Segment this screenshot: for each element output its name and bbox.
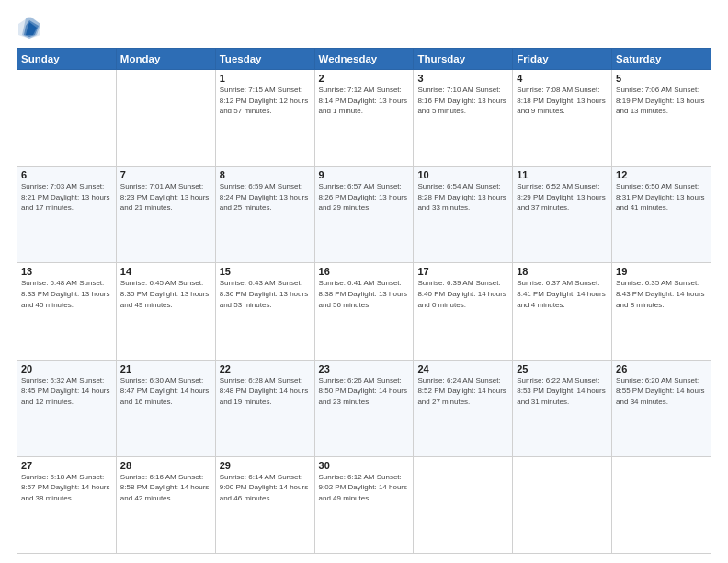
calendar-cell: 5Sunrise: 7:06 AM Sunset: 8:19 PM Daylig… bbox=[612, 70, 711, 167]
day-info: Sunrise: 6:39 AM Sunset: 8:40 PM Dayligh… bbox=[417, 278, 508, 310]
day-number: 4 bbox=[517, 73, 608, 84]
calendar-cell: 10Sunrise: 6:54 AM Sunset: 8:28 PM Dayli… bbox=[414, 167, 513, 263]
calendar-cell: 6Sunrise: 7:03 AM Sunset: 8:21 PM Daylig… bbox=[17, 167, 117, 263]
day-info: Sunrise: 7:15 AM Sunset: 8:12 PM Dayligh… bbox=[220, 85, 311, 117]
calendar-cell: 25Sunrise: 6:22 AM Sunset: 8:53 PM Dayli… bbox=[513, 360, 612, 456]
day-number: 6 bbox=[21, 169, 112, 180]
day-number: 21 bbox=[120, 363, 211, 374]
calendar-cell: 15Sunrise: 6:43 AM Sunset: 8:36 PM Dayli… bbox=[215, 263, 314, 360]
day-number: 25 bbox=[517, 363, 608, 374]
calendar-cell: 13Sunrise: 6:48 AM Sunset: 8:33 PM Dayli… bbox=[17, 263, 117, 360]
calendar-cell: 23Sunrise: 6:26 AM Sunset: 8:50 PM Dayli… bbox=[314, 360, 414, 456]
calendar-table: SundayMondayTuesdayWednesdayThursdayFrid… bbox=[17, 48, 711, 554]
day-info: Sunrise: 6:30 AM Sunset: 8:47 PM Dayligh… bbox=[120, 375, 211, 408]
day-info: Sunrise: 6:45 AM Sunset: 8:35 PM Dayligh… bbox=[120, 278, 211, 310]
day-info: Sunrise: 6:59 AM Sunset: 8:24 PM Dayligh… bbox=[220, 181, 311, 213]
day-number: 11 bbox=[517, 169, 608, 180]
day-number: 12 bbox=[616, 169, 707, 180]
day-number: 30 bbox=[319, 460, 410, 471]
calendar-cell: 11Sunrise: 6:52 AM Sunset: 8:29 PM Dayli… bbox=[513, 167, 612, 263]
day-info: Sunrise: 6:18 AM Sunset: 8:57 PM Dayligh… bbox=[21, 472, 112, 504]
day-info: Sunrise: 6:28 AM Sunset: 8:48 PM Dayligh… bbox=[220, 375, 311, 408]
day-info: Sunrise: 7:08 AM Sunset: 8:18 PM Dayligh… bbox=[517, 85, 608, 117]
week-row-1: 1Sunrise: 7:15 AM Sunset: 8:12 PM Daylig… bbox=[17, 70, 711, 167]
calendar-cell: 30Sunrise: 6:12 AM Sunset: 9:02 PM Dayli… bbox=[314, 456, 414, 553]
calendar-cell: 12Sunrise: 6:50 AM Sunset: 8:31 PM Dayli… bbox=[612, 167, 711, 263]
logo bbox=[17, 15, 46, 40]
day-number: 16 bbox=[319, 266, 410, 277]
calendar-cell bbox=[612, 456, 711, 553]
day-number: 18 bbox=[517, 266, 608, 277]
day-info: Sunrise: 7:10 AM Sunset: 8:16 PM Dayligh… bbox=[417, 85, 508, 117]
week-row-3: 13Sunrise: 6:48 AM Sunset: 8:33 PM Dayli… bbox=[17, 263, 711, 360]
day-info: Sunrise: 6:35 AM Sunset: 8:43 PM Dayligh… bbox=[616, 278, 707, 310]
day-number: 5 bbox=[616, 73, 707, 84]
day-info: Sunrise: 7:01 AM Sunset: 8:23 PM Dayligh… bbox=[120, 181, 211, 213]
logo-icon bbox=[17, 15, 42, 40]
day-info: Sunrise: 6:26 AM Sunset: 8:50 PM Dayligh… bbox=[319, 375, 410, 408]
calendar-cell: 8Sunrise: 6:59 AM Sunset: 8:24 PM Daylig… bbox=[215, 167, 314, 263]
calendar-cell: 3Sunrise: 7:10 AM Sunset: 8:16 PM Daylig… bbox=[414, 70, 513, 167]
day-info: Sunrise: 6:22 AM Sunset: 8:53 PM Dayligh… bbox=[517, 375, 608, 408]
day-info: Sunrise: 6:12 AM Sunset: 9:02 PM Dayligh… bbox=[319, 472, 410, 504]
day-number: 14 bbox=[120, 266, 211, 277]
calendar-cell: 29Sunrise: 6:14 AM Sunset: 9:00 PM Dayli… bbox=[215, 456, 314, 553]
calendar-cell bbox=[116, 70, 215, 167]
calendar-cell: 18Sunrise: 6:37 AM Sunset: 8:41 PM Dayli… bbox=[513, 263, 612, 360]
day-number: 24 bbox=[417, 363, 508, 374]
calendar-cell: 7Sunrise: 7:01 AM Sunset: 8:23 PM Daylig… bbox=[116, 167, 215, 263]
day-number: 3 bbox=[417, 73, 508, 84]
day-info: Sunrise: 6:54 AM Sunset: 8:28 PM Dayligh… bbox=[417, 181, 508, 213]
day-number: 27 bbox=[21, 460, 112, 471]
day-header-thursday: Thursday bbox=[414, 49, 513, 70]
calendar-cell: 19Sunrise: 6:35 AM Sunset: 8:43 PM Dayli… bbox=[612, 263, 711, 360]
week-row-5: 27Sunrise: 6:18 AM Sunset: 8:57 PM Dayli… bbox=[17, 456, 711, 553]
day-info: Sunrise: 7:03 AM Sunset: 8:21 PM Dayligh… bbox=[21, 181, 112, 213]
week-row-2: 6Sunrise: 7:03 AM Sunset: 8:21 PM Daylig… bbox=[17, 167, 711, 263]
day-info: Sunrise: 7:12 AM Sunset: 8:14 PM Dayligh… bbox=[319, 85, 410, 117]
day-info: Sunrise: 6:43 AM Sunset: 8:36 PM Dayligh… bbox=[220, 278, 311, 310]
calendar-cell: 28Sunrise: 6:16 AM Sunset: 8:58 PM Dayli… bbox=[116, 456, 215, 553]
day-number: 17 bbox=[417, 266, 508, 277]
day-number: 28 bbox=[120, 460, 211, 471]
day-info: Sunrise: 6:57 AM Sunset: 8:26 PM Dayligh… bbox=[319, 181, 410, 213]
day-number: 22 bbox=[220, 363, 311, 374]
calendar-cell: 24Sunrise: 6:24 AM Sunset: 8:52 PM Dayli… bbox=[414, 360, 513, 456]
day-info: Sunrise: 6:50 AM Sunset: 8:31 PM Dayligh… bbox=[616, 181, 707, 213]
day-info: Sunrise: 6:52 AM Sunset: 8:29 PM Dayligh… bbox=[517, 181, 608, 213]
day-header-tuesday: Tuesday bbox=[215, 49, 314, 70]
header-row: SundayMondayTuesdayWednesdayThursdayFrid… bbox=[17, 49, 711, 70]
day-info: Sunrise: 6:48 AM Sunset: 8:33 PM Dayligh… bbox=[21, 278, 112, 310]
day-info: Sunrise: 6:41 AM Sunset: 8:38 PM Dayligh… bbox=[319, 278, 410, 310]
calendar-cell: 21Sunrise: 6:30 AM Sunset: 8:47 PM Dayli… bbox=[116, 360, 215, 456]
calendar-cell bbox=[17, 70, 117, 167]
calendar-cell: 4Sunrise: 7:08 AM Sunset: 8:18 PM Daylig… bbox=[513, 70, 612, 167]
day-header-saturday: Saturday bbox=[612, 49, 711, 70]
day-header-friday: Friday bbox=[513, 49, 612, 70]
calendar-cell: 1Sunrise: 7:15 AM Sunset: 8:12 PM Daylig… bbox=[215, 70, 314, 167]
calendar-cell: 17Sunrise: 6:39 AM Sunset: 8:40 PM Dayli… bbox=[414, 263, 513, 360]
calendar-cell: 16Sunrise: 6:41 AM Sunset: 8:38 PM Dayli… bbox=[314, 263, 414, 360]
day-header-sunday: Sunday bbox=[17, 49, 117, 70]
day-number: 7 bbox=[120, 169, 211, 180]
calendar-cell: 20Sunrise: 6:32 AM Sunset: 8:45 PM Dayli… bbox=[17, 360, 117, 456]
calendar-cell bbox=[513, 456, 612, 553]
day-number: 8 bbox=[220, 169, 311, 180]
week-row-4: 20Sunrise: 6:32 AM Sunset: 8:45 PM Dayli… bbox=[17, 360, 711, 456]
calendar-cell: 27Sunrise: 6:18 AM Sunset: 8:57 PM Dayli… bbox=[17, 456, 117, 553]
day-info: Sunrise: 6:14 AM Sunset: 9:00 PM Dayligh… bbox=[220, 472, 311, 504]
day-info: Sunrise: 6:20 AM Sunset: 8:55 PM Dayligh… bbox=[616, 375, 707, 408]
calendar-cell: 26Sunrise: 6:20 AM Sunset: 8:55 PM Dayli… bbox=[612, 360, 711, 456]
day-number: 23 bbox=[319, 363, 410, 374]
calendar-cell: 2Sunrise: 7:12 AM Sunset: 8:14 PM Daylig… bbox=[314, 70, 414, 167]
day-number: 9 bbox=[319, 169, 410, 180]
day-number: 20 bbox=[21, 363, 112, 374]
day-number: 26 bbox=[616, 363, 707, 374]
day-number: 2 bbox=[319, 73, 410, 84]
day-info: Sunrise: 6:32 AM Sunset: 8:45 PM Dayligh… bbox=[21, 375, 112, 408]
day-number: 13 bbox=[21, 266, 112, 277]
page: SundayMondayTuesdayWednesdayThursdayFrid… bbox=[0, 0, 728, 563]
day-info: Sunrise: 6:37 AM Sunset: 8:41 PM Dayligh… bbox=[517, 278, 608, 310]
day-info: Sunrise: 7:06 AM Sunset: 8:19 PM Dayligh… bbox=[616, 85, 707, 117]
day-number: 19 bbox=[616, 266, 707, 277]
